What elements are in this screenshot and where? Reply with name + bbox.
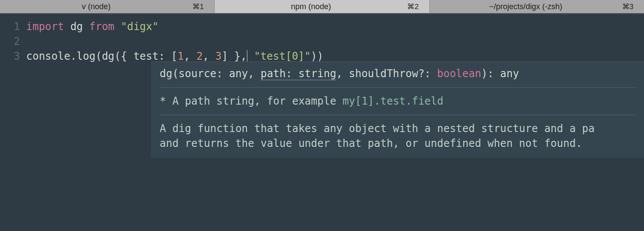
token: ] }, <box>222 50 247 62</box>
line-number: 1 <box>0 19 26 34</box>
sig-text: dg(source: any, <box>160 68 260 80</box>
signature-line: dg(source: any, path: string, shouldThro… <box>160 66 635 81</box>
code-content: import dg from "digx" <box>26 19 158 34</box>
token-string: "test[0]" <box>254 50 311 62</box>
token-number: 2 <box>196 50 202 62</box>
param-doc-line: * A path string, for example my[1].test.… <box>160 94 635 109</box>
token-number: 1 <box>178 50 184 62</box>
sig-type: boolean <box>437 68 481 80</box>
code-editor[interactable]: 1 import dg from "digx" 2 3 console.log(… <box>0 14 644 231</box>
line-number: 3 <box>0 49 26 64</box>
token: , <box>184 50 196 62</box>
tab-shortcut: ⌘2 <box>407 2 418 11</box>
tab-title: npm (node) <box>215 2 407 11</box>
code-line-1[interactable]: 1 import dg from "digx" <box>0 19 644 34</box>
divider <box>160 87 635 88</box>
token: console.log(dg({ test: [ <box>26 50 178 62</box>
tab-shortcut: ⌘3 <box>622 2 634 11</box>
token: )) <box>311 50 323 62</box>
token-string: "digx" <box>121 20 159 33</box>
doc-example: my[1].test.field <box>343 95 443 107</box>
token-keyword: import <box>26 20 64 33</box>
token-keyword: from <box>89 20 115 33</box>
sig-active-param: path: string <box>260 68 336 80</box>
doc-bullet: * A path string, for example <box>160 95 343 107</box>
tab-title: ~/projects/digx (-zsh) <box>430 2 622 11</box>
token: , <box>203 50 216 62</box>
tab-2[interactable]: npm (node) ⌘2 <box>215 0 429 13</box>
token <box>114 20 120 33</box>
token: dg <box>64 20 89 33</box>
line-number: 2 <box>0 34 26 49</box>
tab-bar: v (node) ⌘1 npm (node) ⌘2 ~/projects/dig… <box>0 0 644 14</box>
token <box>248 50 254 62</box>
function-doc: A dig function that takes any object wit… <box>160 121 635 151</box>
tab-3[interactable]: ~/projects/digx (-zsh) ⌘3 <box>430 0 644 13</box>
tab-title: v (node) <box>0 2 192 11</box>
sig-text: , shouldThrow?: <box>336 68 437 80</box>
tab-shortcut: ⌘1 <box>192 2 204 11</box>
sig-text: ): any <box>481 68 519 80</box>
code-line-2[interactable]: 2 <box>0 34 644 49</box>
text-cursor <box>247 50 247 61</box>
token-number: 3 <box>216 50 222 62</box>
tab-1[interactable]: v (node) ⌘1 <box>0 0 215 13</box>
divider <box>160 115 635 115</box>
signature-help-tooltip: dg(source: any, path: string, shouldThro… <box>151 61 644 158</box>
